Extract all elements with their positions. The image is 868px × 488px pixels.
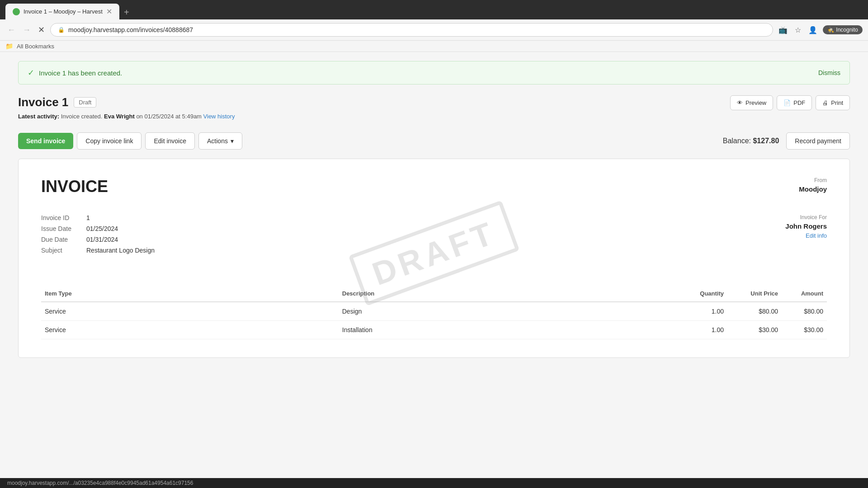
field-due-date-label: Due Date [41, 236, 86, 243]
invoice-left: Invoice ID 1 Issue Date 01/25/2024 Due D… [41, 214, 736, 267]
invoice-title: Invoice 1 [18, 95, 68, 109]
col-description: Description [339, 286, 682, 302]
top-right-buttons: 👁 Preview 📄 PDF 🖨 Print [730, 95, 850, 110]
view-history-link[interactable]: View history [203, 113, 235, 120]
from-label: From [799, 177, 827, 183]
invoice-word: INVOICE [41, 177, 108, 196]
field-invoice-id: Invoice ID 1 [41, 214, 736, 221]
active-tab[interactable]: Invoice 1 – Moodjoy – Harvest ✕ [5, 4, 119, 19]
incognito-label: Incognito [836, 27, 858, 33]
url-bar[interactable]: 🔒 moodjoy.harvestapp.com/invoices/408886… [50, 23, 773, 37]
status-bar: moodjoy.harvestapp.com/.../a03235e4ca988… [0, 478, 868, 486]
forward-button[interactable]: → [21, 23, 33, 37]
copy-invoice-link-button[interactable]: Copy invoice link [77, 132, 142, 150]
activity-text: Invoice created. [61, 113, 103, 120]
activity-author: Eva Wright [104, 113, 135, 120]
success-icon: ✓ [28, 68, 34, 78]
cell-amount: $30.00 [782, 321, 827, 339]
lock-icon: 🔒 [58, 27, 65, 33]
field-due-date: Due Date 01/31/2024 [41, 236, 736, 243]
action-bar-left: Send invoice Copy invoice link Edit invo… [18, 132, 242, 150]
dismiss-button[interactable]: Dismiss [818, 69, 840, 76]
col-quantity: Quantity [682, 286, 727, 302]
tab-favicon [13, 8, 20, 15]
line-items-table: Item Type Description Quantity Unit Pric… [41, 286, 827, 339]
toolbar-actions: 📺 ☆ 👤 🕵 Incognito [777, 24, 863, 36]
invoice-for-label: Invoice For [736, 214, 827, 221]
print-button[interactable]: 🖨 Print [816, 95, 850, 110]
chevron-down-icon: ▾ [231, 137, 234, 145]
browser-toolbar: ← → ✕ 🔒 moodjoy.harvestapp.com/invoices/… [0, 19, 868, 41]
new-tab-button[interactable]: + [120, 5, 133, 19]
back-button[interactable]: ← [5, 23, 17, 37]
bookmark-star-icon[interactable]: ☆ [793, 24, 803, 36]
preview-icon: 👁 [737, 99, 743, 106]
latest-activity: Latest activity: Invoice created. Eva Wr… [18, 113, 235, 120]
invoice-fields: Invoice ID 1 Issue Date 01/25/2024 Due D… [41, 214, 736, 254]
header-row: Item Type Description Quantity Unit Pric… [41, 286, 827, 302]
reload-button[interactable]: ✕ [36, 23, 47, 37]
field-issue-date-label: Issue Date [41, 225, 86, 232]
actions-button[interactable]: Actions ▾ [198, 132, 242, 150]
cell-unit-price: $80.00 [727, 302, 782, 321]
bookmarks-bar: 📁 All Bookmarks [0, 41, 868, 52]
invoice-header: Invoice 1 Draft Latest activity: Invoice… [18, 95, 235, 120]
app-content: ✓ Invoice 1 has been created. Dismiss In… [0, 52, 868, 486]
preview-button[interactable]: 👁 Preview [730, 95, 773, 110]
success-banner-message: ✓ Invoice 1 has been created. [28, 68, 122, 78]
cell-amount: $80.00 [782, 302, 827, 321]
browser-chrome: Invoice 1 – Moodjoy – Harvest ✕ + ← → ✕ … [0, 0, 868, 52]
balance-display: Balance: $127.80 [723, 137, 779, 145]
cell-item-type: Service [41, 321, 339, 339]
pdf-button[interactable]: 📄 PDF [777, 95, 812, 110]
field-issue-date: Issue Date 01/25/2024 [41, 225, 736, 232]
invoice-meta: Invoice ID 1 Issue Date 01/25/2024 Due D… [41, 214, 827, 267]
invoice-for-name: John Rogers [736, 222, 827, 230]
status-url: moodjoy.harvestapp.com/.../a03235e4ca988… [7, 480, 193, 486]
from-name: Moodjoy [799, 185, 827, 193]
send-invoice-button[interactable]: Send invoice [18, 133, 73, 149]
col-unit-price: Unit Price [727, 286, 782, 302]
table-row: Service Installation 1.00 $30.00 $30.00 [41, 321, 827, 339]
incognito-icon: 🕵 [827, 27, 834, 33]
success-banner: ✓ Invoice 1 has been created. Dismiss [18, 61, 850, 84]
field-subject-label: Subject [41, 247, 86, 254]
action-bar-right: Balance: $127.80 Record payment [723, 132, 850, 150]
profile-icon[interactable]: 👤 [807, 24, 819, 36]
invoice-doc-header: INVOICE From Moodjoy [41, 177, 827, 196]
field-issue-date-value: 01/25/2024 [86, 225, 118, 232]
incognito-badge: 🕵 Incognito [823, 25, 863, 34]
cell-quantity: 1.00 [682, 321, 727, 339]
col-item-type: Item Type [41, 286, 339, 302]
cell-unit-price: $30.00 [727, 321, 782, 339]
field-invoice-id-label: Invoice ID [41, 214, 86, 221]
tab-close-button[interactable]: ✕ [106, 7, 112, 16]
cell-quantity: 1.00 [682, 302, 727, 321]
bookmarks-folder-icon: 📁 [5, 42, 13, 50]
field-invoice-id-value: 1 [86, 214, 90, 221]
invoice-document: DRAFT INVOICE From Moodjoy Invoice ID 1 … [18, 159, 850, 358]
table-row: Service Design 1.00 $80.00 $80.00 [41, 302, 827, 321]
actions-label: Actions [207, 137, 228, 145]
line-items-body: Service Design 1.00 $80.00 $80.00 Servic… [41, 302, 827, 339]
cell-description: Installation [339, 321, 682, 339]
edit-info-link[interactable]: Edit info [806, 232, 827, 239]
activity-date: on 01/25/2024 at 5:49am [136, 113, 202, 120]
balance-amount: $127.80 [753, 137, 779, 145]
cell-description: Design [339, 302, 682, 321]
line-items-header: Item Type Description Quantity Unit Pric… [41, 286, 827, 302]
bookmarks-label: All Bookmarks [17, 43, 54, 50]
field-subject-value: Restaurant Logo Design [86, 247, 155, 254]
cast-icon: 📺 [777, 24, 789, 36]
success-text: Invoice 1 has been created. [39, 69, 122, 77]
activity-label: Latest activity: [18, 113, 59, 120]
field-subject: Subject Restaurant Logo Design [41, 247, 736, 254]
col-amount: Amount [782, 286, 827, 302]
record-payment-button[interactable]: Record payment [786, 132, 850, 150]
balance-label: Balance: [723, 137, 751, 145]
pdf-icon: 📄 [783, 99, 791, 106]
edit-invoice-button[interactable]: Edit invoice [145, 132, 195, 150]
url-text: moodjoy.harvestapp.com/invoices/40888687 [68, 26, 765, 33]
action-bar: Send invoice Copy invoice link Edit invo… [18, 132, 850, 150]
field-due-date-value: 01/31/2024 [86, 236, 118, 243]
